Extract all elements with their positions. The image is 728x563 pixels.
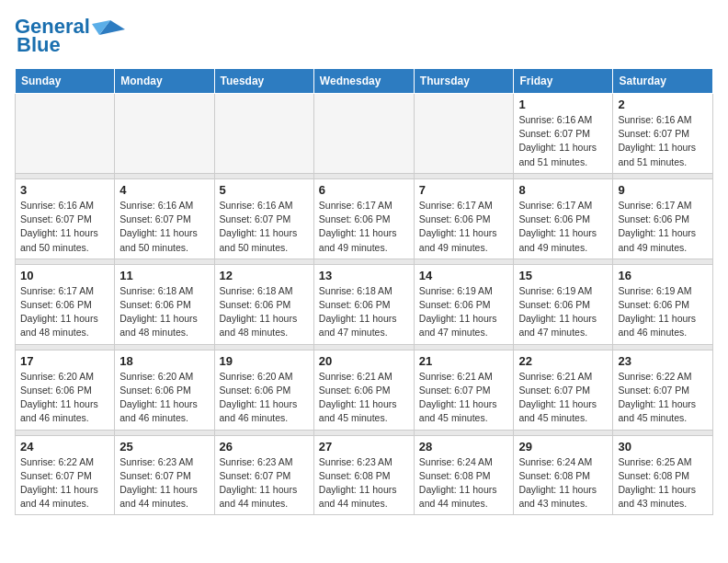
day-number: 16 <box>618 269 708 282</box>
day-info: Sunrise: 6:21 AM Sunset: 6:06 PM Dayligh… <box>319 370 409 426</box>
day-info: Sunrise: 6:23 AM Sunset: 6:08 PM Dayligh… <box>319 455 409 511</box>
calendar-cell: 9Sunrise: 6:17 AM Sunset: 6:06 PM Daylig… <box>613 178 713 259</box>
calendar-week-row: 17Sunrise: 6:20 AM Sunset: 6:06 PM Dayli… <box>16 350 713 430</box>
day-info: Sunrise: 6:17 AM Sunset: 6:06 PM Dayligh… <box>20 284 109 340</box>
calendar-week-row: 3Sunrise: 6:16 AM Sunset: 6:07 PM Daylig… <box>16 178 713 259</box>
day-info: Sunrise: 6:17 AM Sunset: 6:06 PM Dayligh… <box>319 199 409 255</box>
day-number: 17 <box>20 354 109 368</box>
calendar-cell: 13Sunrise: 6:18 AM Sunset: 6:06 PM Dayli… <box>313 264 414 344</box>
calendar-cell: 17Sunrise: 6:20 AM Sunset: 6:06 PM Dayli… <box>16 350 115 430</box>
day-number: 13 <box>319 269 409 282</box>
calendar-cell: 4Sunrise: 6:16 AM Sunset: 6:07 PM Daylig… <box>115 178 214 259</box>
day-number: 27 <box>319 440 409 454</box>
calendar-cell: 11Sunrise: 6:18 AM Sunset: 6:06 PM Dayli… <box>115 264 214 344</box>
day-info: Sunrise: 6:22 AM Sunset: 6:07 PM Dayligh… <box>618 370 708 426</box>
calendar-cell <box>16 94 115 174</box>
calendar-header-monday: Monday <box>115 69 214 94</box>
day-info: Sunrise: 6:18 AM Sunset: 6:06 PM Dayligh… <box>220 284 309 340</box>
calendar-cell: 20Sunrise: 6:21 AM Sunset: 6:06 PM Dayli… <box>313 350 414 430</box>
day-info: Sunrise: 6:24 AM Sunset: 6:08 PM Dayligh… <box>518 455 608 511</box>
calendar-cell: 29Sunrise: 6:24 AM Sunset: 6:08 PM Dayli… <box>514 435 613 515</box>
day-info: Sunrise: 6:20 AM Sunset: 6:06 PM Dayligh… <box>220 370 309 426</box>
day-number: 28 <box>419 440 509 454</box>
calendar-cell: 8Sunrise: 6:17 AM Sunset: 6:06 PM Daylig… <box>514 178 613 259</box>
calendar-cell: 15Sunrise: 6:19 AM Sunset: 6:06 PM Dayli… <box>514 264 613 344</box>
day-number: 18 <box>119 354 209 368</box>
day-number: 20 <box>319 354 409 368</box>
calendar-cell: 18Sunrise: 6:20 AM Sunset: 6:06 PM Dayli… <box>115 350 214 430</box>
calendar-cell: 16Sunrise: 6:19 AM Sunset: 6:06 PM Dayli… <box>613 264 713 344</box>
logo-blue-text: Blue <box>17 33 61 57</box>
day-number: 7 <box>419 183 509 197</box>
page-header: General Blue <box>15 15 713 57</box>
day-number: 9 <box>618 183 708 197</box>
day-info: Sunrise: 6:21 AM Sunset: 6:07 PM Dayligh… <box>518 370 608 426</box>
calendar-week-row: 10Sunrise: 6:17 AM Sunset: 6:06 PM Dayli… <box>16 264 713 344</box>
day-number: 6 <box>319 183 409 197</box>
day-info: Sunrise: 6:17 AM Sunset: 6:06 PM Dayligh… <box>419 199 509 255</box>
day-info: Sunrise: 6:19 AM Sunset: 6:06 PM Dayligh… <box>518 284 608 340</box>
day-number: 19 <box>220 354 309 368</box>
day-number: 2 <box>618 98 708 111</box>
day-info: Sunrise: 6:16 AM Sunset: 6:07 PM Dayligh… <box>119 199 209 255</box>
day-number: 10 <box>20 269 109 282</box>
calendar-cell: 25Sunrise: 6:23 AM Sunset: 6:07 PM Dayli… <box>115 435 214 515</box>
calendar-header-tuesday: Tuesday <box>214 69 313 94</box>
day-info: Sunrise: 6:16 AM Sunset: 6:07 PM Dayligh… <box>618 113 708 169</box>
day-info: Sunrise: 6:23 AM Sunset: 6:07 PM Dayligh… <box>220 455 309 511</box>
calendar-week-row: 24Sunrise: 6:22 AM Sunset: 6:07 PM Dayli… <box>16 435 713 515</box>
calendar-cell: 26Sunrise: 6:23 AM Sunset: 6:07 PM Dayli… <box>214 435 313 515</box>
day-number: 12 <box>220 269 309 282</box>
calendar-cell: 1Sunrise: 6:16 AM Sunset: 6:07 PM Daylig… <box>514 94 613 174</box>
day-number: 14 <box>419 269 509 282</box>
calendar-cell: 10Sunrise: 6:17 AM Sunset: 6:06 PM Dayli… <box>16 264 115 344</box>
day-info: Sunrise: 6:16 AM Sunset: 6:07 PM Dayligh… <box>220 199 309 255</box>
calendar-cell: 28Sunrise: 6:24 AM Sunset: 6:08 PM Dayli… <box>414 435 514 515</box>
day-info: Sunrise: 6:16 AM Sunset: 6:07 PM Dayligh… <box>20 199 109 255</box>
day-number: 8 <box>518 183 608 197</box>
day-info: Sunrise: 6:18 AM Sunset: 6:06 PM Dayligh… <box>319 284 409 340</box>
day-number: 21 <box>419 354 509 368</box>
day-number: 15 <box>518 269 608 282</box>
day-info: Sunrise: 6:24 AM Sunset: 6:08 PM Dayligh… <box>419 455 509 511</box>
day-number: 5 <box>220 183 309 197</box>
day-info: Sunrise: 6:16 AM Sunset: 6:07 PM Dayligh… <box>518 113 608 169</box>
day-info: Sunrise: 6:20 AM Sunset: 6:06 PM Dayligh… <box>119 370 209 426</box>
calendar-cell: 2Sunrise: 6:16 AM Sunset: 6:07 PM Daylig… <box>613 94 713 174</box>
day-info: Sunrise: 6:17 AM Sunset: 6:06 PM Dayligh… <box>618 199 708 255</box>
calendar-cell: 23Sunrise: 6:22 AM Sunset: 6:07 PM Dayli… <box>613 350 713 430</box>
day-number: 29 <box>518 440 608 454</box>
day-number: 23 <box>618 354 708 368</box>
calendar-cell <box>115 94 214 174</box>
day-info: Sunrise: 6:21 AM Sunset: 6:07 PM Dayligh… <box>419 370 509 426</box>
calendar-cell: 22Sunrise: 6:21 AM Sunset: 6:07 PM Dayli… <box>514 350 613 430</box>
calendar-cell: 14Sunrise: 6:19 AM Sunset: 6:06 PM Dayli… <box>414 264 514 344</box>
logo: General Blue <box>15 15 125 57</box>
calendar-cell: 21Sunrise: 6:21 AM Sunset: 6:07 PM Dayli… <box>414 350 514 430</box>
day-number: 26 <box>220 440 309 454</box>
calendar-header-wednesday: Wednesday <box>313 69 414 94</box>
day-number: 25 <box>119 440 209 454</box>
day-number: 30 <box>618 440 708 454</box>
calendar-cell: 7Sunrise: 6:17 AM Sunset: 6:06 PM Daylig… <box>414 178 514 259</box>
day-info: Sunrise: 6:19 AM Sunset: 6:06 PM Dayligh… <box>618 284 708 340</box>
calendar-cell: 30Sunrise: 6:25 AM Sunset: 6:08 PM Dayli… <box>613 435 713 515</box>
day-info: Sunrise: 6:22 AM Sunset: 6:07 PM Dayligh… <box>20 455 109 511</box>
calendar-header-saturday: Saturday <box>613 69 713 94</box>
calendar-cell: 5Sunrise: 6:16 AM Sunset: 6:07 PM Daylig… <box>214 178 313 259</box>
calendar-cell <box>214 94 313 174</box>
day-info: Sunrise: 6:25 AM Sunset: 6:08 PM Dayligh… <box>618 455 708 511</box>
calendar-header-thursday: Thursday <box>414 69 514 94</box>
calendar-cell: 12Sunrise: 6:18 AM Sunset: 6:06 PM Dayli… <box>214 264 313 344</box>
calendar-cell <box>313 94 414 174</box>
day-info: Sunrise: 6:17 AM Sunset: 6:06 PM Dayligh… <box>518 199 608 255</box>
day-info: Sunrise: 6:18 AM Sunset: 6:06 PM Dayligh… <box>119 284 209 340</box>
day-info: Sunrise: 6:19 AM Sunset: 6:06 PM Dayligh… <box>419 284 509 340</box>
day-number: 4 <box>119 183 209 197</box>
calendar-cell: 19Sunrise: 6:20 AM Sunset: 6:06 PM Dayli… <box>214 350 313 430</box>
calendar-header-row: SundayMondayTuesdayWednesdayThursdayFrid… <box>16 69 713 94</box>
day-info: Sunrise: 6:23 AM Sunset: 6:07 PM Dayligh… <box>119 455 209 511</box>
day-number: 3 <box>20 183 109 197</box>
calendar-cell: 24Sunrise: 6:22 AM Sunset: 6:07 PM Dayli… <box>16 435 115 515</box>
calendar-header-friday: Friday <box>514 69 613 94</box>
